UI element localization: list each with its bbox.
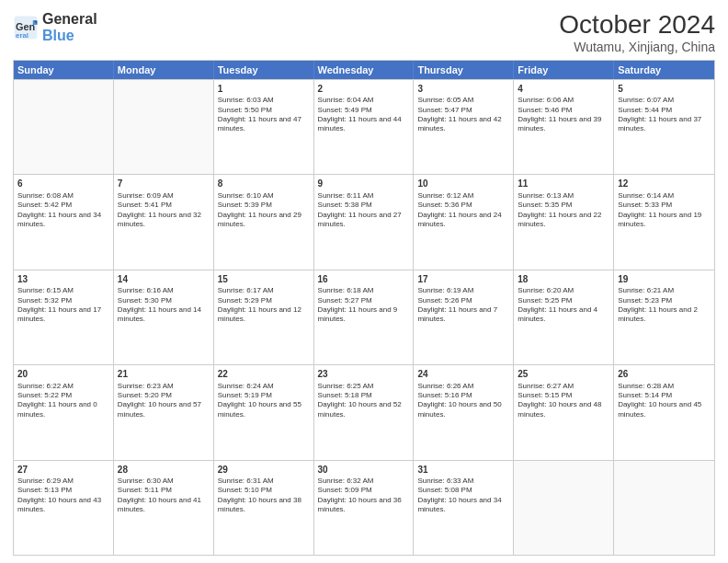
cell-info: Sunrise: 6:19 AMSunset: 5:26 PMDaylight:…: [417, 286, 509, 325]
logo: Gen eral General Blue: [13, 11, 97, 43]
calendar-body: 1Sunrise: 6:03 AMSunset: 5:50 PMDaylight…: [14, 79, 714, 555]
cell-info: Sunrise: 6:21 AMSunset: 5:23 PMDaylight:…: [618, 286, 711, 325]
cal-cell: 8Sunrise: 6:10 AMSunset: 5:39 PMDaylight…: [214, 175, 314, 269]
cal-cell: 3Sunrise: 6:05 AMSunset: 5:47 PMDaylight…: [414, 80, 514, 174]
title-block: October 2024 Wutamu, Xinjiang, China: [559, 11, 715, 54]
cell-info: Sunrise: 6:04 AMSunset: 5:49 PMDaylight:…: [318, 96, 410, 134]
cal-cell: 6Sunrise: 6:08 AMSunset: 5:42 PMDaylight…: [14, 175, 114, 269]
cell-info: Sunrise: 6:11 AMSunset: 5:38 PMDaylight:…: [318, 191, 410, 230]
cal-cell: [114, 80, 214, 174]
cell-info: Sunrise: 6:07 AMSunset: 5:44 PMDaylight:…: [618, 96, 711, 134]
cell-info: Sunrise: 6:20 AMSunset: 5:25 PMDaylight:…: [518, 286, 609, 325]
cell-info: Sunrise: 6:15 AMSunset: 5:32 PMDaylight:…: [17, 286, 109, 325]
col-header-thursday: Thursday: [414, 61, 514, 79]
day-number: 28: [118, 464, 210, 477]
col-header-wednesday: Wednesday: [314, 61, 415, 79]
day-number: 26: [618, 368, 711, 381]
cal-cell: [14, 80, 114, 174]
cal-cell: 7Sunrise: 6:09 AMSunset: 5:41 PMDaylight…: [114, 175, 214, 269]
logo-text-blue: Blue: [42, 28, 97, 44]
cell-info: Sunrise: 6:16 AMSunset: 5:30 PMDaylight:…: [118, 286, 210, 325]
cal-cell: 1Sunrise: 6:03 AMSunset: 5:50 PMDaylight…: [214, 80, 314, 174]
cell-info: Sunrise: 6:24 AMSunset: 5:19 PMDaylight:…: [218, 382, 310, 420]
day-number: 1: [218, 83, 310, 96]
day-number: 16: [318, 273, 410, 286]
cal-cell: 19Sunrise: 6:21 AMSunset: 5:23 PMDayligh…: [614, 270, 714, 364]
cal-cell: 10Sunrise: 6:12 AMSunset: 5:36 PMDayligh…: [414, 175, 514, 269]
header: Gen eral General Blue October 2024 Wutam…: [13, 11, 715, 54]
week-row-3: 13Sunrise: 6:15 AMSunset: 5:32 PMDayligh…: [14, 270, 714, 364]
day-number: 19: [618, 273, 711, 286]
day-number: 14: [118, 273, 210, 286]
day-number: 21: [118, 368, 210, 381]
month-title: October 2024: [559, 11, 715, 40]
day-number: 10: [417, 178, 509, 190]
logo-icon: Gen eral: [13, 15, 39, 40]
cell-info: Sunrise: 6:32 AMSunset: 5:09 PMDaylight:…: [318, 477, 410, 515]
cal-cell: 13Sunrise: 6:15 AMSunset: 5:32 PMDayligh…: [14, 270, 114, 364]
cal-cell: 29Sunrise: 6:31 AMSunset: 5:10 PMDayligh…: [214, 461, 314, 555]
cal-cell: [514, 461, 614, 555]
day-number: 12: [618, 178, 711, 190]
cell-info: Sunrise: 6:28 AMSunset: 5:14 PMDaylight:…: [618, 382, 711, 420]
cell-info: Sunrise: 6:12 AMSunset: 5:36 PMDaylight:…: [417, 191, 509, 230]
day-number: 11: [518, 178, 609, 190]
week-row-1: 1Sunrise: 6:03 AMSunset: 5:50 PMDaylight…: [14, 79, 714, 174]
day-number: 2: [318, 83, 410, 96]
day-number: 3: [417, 83, 509, 96]
cal-cell: 17Sunrise: 6:19 AMSunset: 5:26 PMDayligh…: [414, 270, 514, 364]
day-number: 17: [417, 273, 509, 286]
col-header-monday: Monday: [114, 61, 214, 79]
cell-info: Sunrise: 6:17 AMSunset: 5:29 PMDaylight:…: [218, 286, 310, 325]
calendar-header: SundayMondayTuesdayWednesdayThursdayFrid…: [14, 61, 714, 79]
cell-info: Sunrise: 6:26 AMSunset: 5:16 PMDaylight:…: [417, 382, 509, 420]
cal-cell: 2Sunrise: 6:04 AMSunset: 5:49 PMDaylight…: [314, 80, 415, 174]
cell-info: Sunrise: 6:18 AMSunset: 5:27 PMDaylight:…: [318, 286, 410, 325]
cal-cell: 27Sunrise: 6:29 AMSunset: 5:13 PMDayligh…: [14, 461, 114, 555]
day-number: 22: [218, 368, 310, 381]
day-number: 9: [318, 178, 410, 190]
cal-cell: 26Sunrise: 6:28 AMSunset: 5:14 PMDayligh…: [614, 365, 714, 459]
cal-cell: 15Sunrise: 6:17 AMSunset: 5:29 PMDayligh…: [214, 270, 314, 364]
week-row-5: 27Sunrise: 6:29 AMSunset: 5:13 PMDayligh…: [14, 460, 714, 555]
cell-info: Sunrise: 6:23 AMSunset: 5:20 PMDaylight:…: [118, 382, 210, 420]
cal-cell: 20Sunrise: 6:22 AMSunset: 5:22 PMDayligh…: [14, 365, 114, 459]
day-number: 15: [218, 273, 310, 286]
calendar: SundayMondayTuesdayWednesdayThursdayFrid…: [13, 60, 715, 556]
cell-info: Sunrise: 6:22 AMSunset: 5:22 PMDaylight:…: [17, 382, 109, 420]
cal-cell: 24Sunrise: 6:26 AMSunset: 5:16 PMDayligh…: [414, 365, 514, 459]
cal-cell: 25Sunrise: 6:27 AMSunset: 5:15 PMDayligh…: [514, 365, 614, 459]
col-header-sunday: Sunday: [14, 61, 114, 79]
day-number: 6: [17, 178, 109, 190]
cell-info: Sunrise: 6:27 AMSunset: 5:15 PMDaylight:…: [518, 382, 609, 420]
day-number: 13: [17, 273, 109, 286]
cal-cell: 16Sunrise: 6:18 AMSunset: 5:27 PMDayligh…: [314, 270, 415, 364]
day-number: 7: [118, 178, 210, 190]
logo-text-general: General: [42, 11, 97, 28]
col-header-tuesday: Tuesday: [214, 61, 314, 79]
cell-info: Sunrise: 6:30 AMSunset: 5:11 PMDaylight:…: [118, 477, 210, 515]
cell-info: Sunrise: 6:09 AMSunset: 5:41 PMDaylight:…: [118, 191, 210, 230]
cal-cell: 5Sunrise: 6:07 AMSunset: 5:44 PMDaylight…: [614, 80, 714, 174]
cal-cell: 4Sunrise: 6:06 AMSunset: 5:46 PMDaylight…: [514, 80, 614, 174]
cell-info: Sunrise: 6:06 AMSunset: 5:46 PMDaylight:…: [518, 96, 609, 134]
day-number: 20: [17, 368, 109, 381]
col-header-saturday: Saturday: [614, 61, 714, 79]
day-number: 4: [518, 83, 609, 96]
cal-cell: 22Sunrise: 6:24 AMSunset: 5:19 PMDayligh…: [214, 365, 314, 459]
cell-info: Sunrise: 6:33 AMSunset: 5:08 PMDaylight:…: [417, 477, 509, 515]
day-number: 31: [417, 464, 509, 477]
cell-info: Sunrise: 6:13 AMSunset: 5:35 PMDaylight:…: [518, 191, 609, 230]
day-number: 29: [218, 464, 310, 477]
day-number: 23: [318, 368, 410, 381]
day-number: 8: [218, 178, 310, 190]
cal-cell: 9Sunrise: 6:11 AMSunset: 5:38 PMDaylight…: [314, 175, 415, 269]
cell-info: Sunrise: 6:29 AMSunset: 5:13 PMDaylight:…: [17, 477, 109, 515]
cal-cell: 30Sunrise: 6:32 AMSunset: 5:09 PMDayligh…: [314, 461, 415, 555]
cal-cell: 18Sunrise: 6:20 AMSunset: 5:25 PMDayligh…: [514, 270, 614, 364]
cell-info: Sunrise: 6:10 AMSunset: 5:39 PMDaylight:…: [218, 191, 310, 230]
week-row-4: 20Sunrise: 6:22 AMSunset: 5:22 PMDayligh…: [14, 364, 714, 459]
cal-cell: [614, 461, 714, 555]
page: Gen eral General Blue October 2024 Wutam…: [0, 0, 728, 563]
cal-cell: 28Sunrise: 6:30 AMSunset: 5:11 PMDayligh…: [114, 461, 214, 555]
